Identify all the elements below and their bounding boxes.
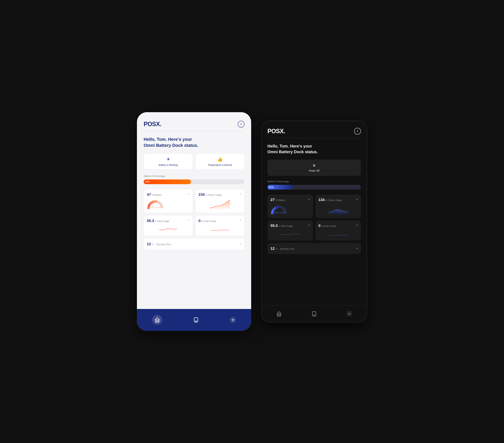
- settings-icon: [230, 317, 236, 323]
- dark-battery-value-text: 27: [270, 198, 274, 202]
- dark-power-header: 134w Power Usage +: [319, 198, 358, 202]
- battery-status-card[interactable]: ☀ Battery is Working: [144, 154, 193, 170]
- light-power-unit: w Power Usage: [205, 193, 222, 196]
- temperature-status-card[interactable]: 👍 Temperature is Normal: [195, 154, 245, 170]
- light-nav-home[interactable]: [152, 315, 162, 325]
- light-battery-progress: 47%: [144, 179, 244, 184]
- light-metric-grid: 47% Battery +: [144, 189, 244, 236]
- light-solar-card[interactable]: 0w Solar Power +: [195, 215, 245, 236]
- power-off-button[interactable]: ✕ Power Off: [268, 160, 361, 176]
- dark-logo: POSX.: [268, 128, 285, 135]
- dark-nav-settings[interactable]: [346, 311, 352, 317]
- light-voltage-card[interactable]: 55.3V Total Usage +: [144, 215, 193, 236]
- light-power-metric: 234w Power Usage: [198, 193, 222, 197]
- light-solar-plus[interactable]: +: [239, 219, 241, 222]
- dark-solar-chart: [319, 230, 358, 237]
- light-divider: [144, 131, 244, 131]
- light-battery-card[interactable]: 47% Battery +: [144, 189, 193, 213]
- dark-battery-metric: 27% Battery: [270, 198, 286, 202]
- dark-solar-metric: 0w Solar Power: [319, 224, 337, 228]
- light-nav-bar: [137, 309, 251, 331]
- light-running-time-card[interactable]: 12 h Running Time +: [144, 238, 244, 250]
- device-icon: [193, 317, 199, 323]
- phone-dark: POSX. i Hello, Tom. Here's yourOmni Batt…: [261, 121, 367, 322]
- dark-header: POSX. i: [268, 128, 361, 135]
- phones-container: POSX. i Hello, Tom. Here's yourOmni Batt…: [137, 112, 367, 331]
- svg-point-5: [348, 313, 350, 314]
- light-battery-metric: 47% Battery: [147, 193, 162, 197]
- light-power-card[interactable]: 234w Power Usage +: [195, 189, 245, 213]
- power-off-icon: ✕: [312, 163, 316, 168]
- dark-battery-value: 27%: [269, 186, 273, 189]
- dark-battery-plus[interactable]: +: [308, 198, 310, 201]
- dark-voltage-card[interactable]: 55.3V Total Usage +: [268, 220, 313, 241]
- svg-point-4: [314, 315, 315, 315]
- light-logo: POSX.: [144, 121, 161, 128]
- home-icon-dark: [276, 311, 282, 317]
- light-battery-chart: [147, 199, 164, 209]
- dark-power-value-text: 134: [319, 198, 325, 202]
- light-info-button[interactable]: i: [238, 121, 244, 128]
- dark-solar-plus[interactable]: +: [356, 224, 358, 227]
- light-battery-plus[interactable]: +: [188, 193, 190, 196]
- dark-power-chart: [319, 204, 358, 214]
- light-running-time-value: 12 h Running Time: [147, 242, 171, 246]
- battery-working-label: Battery is Working: [159, 164, 178, 166]
- dark-power-metric: 134w Power Usage: [319, 198, 342, 202]
- dark-battery-chart: [270, 204, 287, 214]
- light-voltage-header: 55.3V Total Usage +: [147, 219, 190, 223]
- dark-power-card[interactable]: 134w Power Usage +: [316, 194, 361, 218]
- light-power-chart: [198, 199, 241, 209]
- light-solar-chart: [198, 225, 241, 232]
- dark-battery-fill: 27%: [268, 185, 293, 190]
- dark-battery-section-label: Battery Percentage: [268, 180, 361, 183]
- light-voltage-plus[interactable]: +: [188, 219, 190, 222]
- light-power-header: 234w Power Usage +: [198, 193, 241, 197]
- light-power-value-text: 234: [198, 193, 205, 197]
- dark-nav-device[interactable]: [311, 311, 317, 317]
- dark-battery-card[interactable]: 27% Battery +: [268, 194, 313, 218]
- light-running-plus[interactable]: +: [239, 242, 241, 246]
- dark-greeting: Hello, Tom. Here's yourOmni Battery Dock…: [268, 143, 361, 154]
- light-nav-device[interactable]: [193, 317, 199, 323]
- dark-voltage-unit: V Total Usage: [278, 225, 293, 227]
- dark-voltage-chart: [270, 230, 310, 237]
- temperature-normal-label: Temperature is Normal: [208, 164, 232, 166]
- dark-nav-home[interactable]: [276, 311, 282, 317]
- dark-voltage-plus[interactable]: +: [308, 224, 310, 227]
- light-header: POSX. i: [144, 121, 244, 128]
- dark-running-plus[interactable]: +: [356, 247, 358, 250]
- light-solar-metric: 0w Solar Power: [198, 219, 216, 223]
- light-battery-unit: % Battery: [152, 193, 162, 196]
- battery-working-icon: ☀: [166, 157, 170, 162]
- light-battery-fill: 47%: [144, 179, 191, 184]
- dark-power-unit: w Power Usage: [325, 199, 342, 201]
- light-battery-value-text: 47: [147, 193, 151, 197]
- light-solar-value-text: 0: [198, 219, 201, 223]
- light-nav-settings[interactable]: [230, 317, 236, 323]
- light-solar-unit: w Solar Power: [201, 220, 216, 223]
- home-icon: [154, 317, 160, 323]
- dark-divider: [268, 138, 361, 138]
- phone-dark-content: POSX. i Hello, Tom. Here's yourOmni Batt…: [262, 121, 367, 305]
- dark-running-time-card[interactable]: 12 h Running Time +: [268, 243, 361, 254]
- light-status-cards: ☀ Battery is Working 👍 Temperature is No…: [144, 154, 244, 170]
- dark-solar-header: 0w Solar Power +: [319, 224, 358, 228]
- light-solar-header: 0w Solar Power +: [198, 219, 241, 223]
- dark-solar-card[interactable]: 0w Solar Power +: [316, 220, 361, 241]
- light-battery-header: 47% Battery +: [147, 193, 190, 197]
- light-voltage-unit: V Total Usage: [155, 220, 169, 223]
- dark-voltage-header: 55.3V Total Usage +: [270, 224, 310, 228]
- dark-info-button[interactable]: i: [354, 128, 361, 135]
- svg-point-2: [232, 319, 234, 321]
- light-battery-section-label: Battery Percentage: [144, 174, 244, 177]
- dark-metric-grid: 27% Battery +: [268, 194, 361, 241]
- dark-battery-header: 27% Battery +: [270, 198, 310, 202]
- light-greeting: Hello, Tom. Here's yourOmni Battery Dock…: [144, 136, 244, 149]
- light-power-plus[interactable]: +: [239, 193, 241, 196]
- dark-nav-bar: [262, 305, 367, 322]
- device-icon-dark: [311, 311, 317, 317]
- dark-solar-unit: w Solar Power: [321, 225, 336, 227]
- dark-voltage-value-text: 55.3: [270, 224, 278, 228]
- dark-power-plus[interactable]: +: [356, 198, 358, 201]
